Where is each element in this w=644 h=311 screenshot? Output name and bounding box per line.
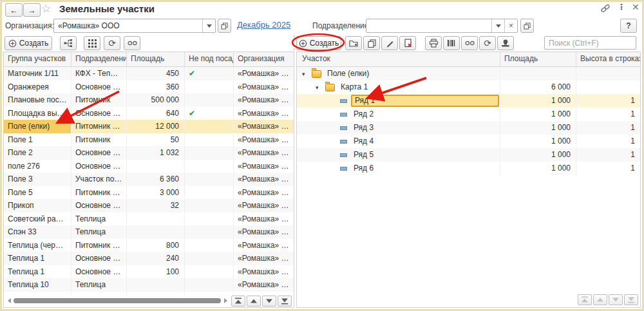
cell-not-for-planting[interactable]: ✔ xyxy=(185,107,234,120)
cell-organization[interactable]: «Ромашка» ООО xyxy=(234,225,294,239)
row-nav-last-button[interactable] xyxy=(278,296,292,306)
cell-department[interactable]: Питомник хвой… xyxy=(71,186,127,200)
left-table-row[interactable]: Площадка выдачи Основное подр… 640 ✔ «Ро… xyxy=(4,107,294,120)
close-icon[interactable]: ✕ xyxy=(632,2,639,12)
print-button[interactable] xyxy=(425,36,442,50)
left-table-row[interactable]: Советский район Теплица «Ромашка» ООО xyxy=(4,212,294,226)
forward-button[interactable]: → xyxy=(23,3,41,17)
cell-department[interactable]: Участок посева xyxy=(71,173,127,186)
cell-area[interactable]: 6 000 xyxy=(500,80,576,94)
column-header-row-height[interactable]: Высота в строках xyxy=(576,52,640,66)
cell-area[interactable]: 6 360 xyxy=(127,173,185,186)
left-table-row[interactable]: Теплица 1 Основное подр… 240 «Ромашка» О… xyxy=(4,252,294,265)
row-nav-down-button[interactable] xyxy=(609,294,623,305)
cell-area[interactable]: 500 000 xyxy=(127,93,185,107)
right-refresh-button[interactable]: ⟳ xyxy=(479,36,496,50)
cell-area[interactable]: 1 000 xyxy=(500,148,576,162)
left-table-row[interactable]: Маточник 1/11 КФХ - Тепличны… 450 ✔ «Ром… xyxy=(4,67,294,80)
left-table-row[interactable]: Плановые посадки Питомник 500 000 «Ромаш… xyxy=(4,93,294,107)
tree-row[interactable]: Ряд 1 1 000 1 xyxy=(297,94,640,108)
create-group-button[interactable] xyxy=(345,36,362,50)
cell-not-for-planting[interactable] xyxy=(185,93,234,107)
left-table-row[interactable]: Поле 1 Питомник 50 «Ромашка» ООО xyxy=(4,133,294,147)
cell-organization[interactable]: «Ромашка» ООО xyxy=(234,67,294,80)
department-dropdown-button[interactable] xyxy=(491,19,504,32)
cell-group[interactable]: Поле 1 xyxy=(4,133,71,147)
cell-group[interactable]: Поле 2 xyxy=(4,146,71,160)
tree-item-label[interactable]: Карта 1 xyxy=(338,81,370,93)
cell-not-for-planting[interactable] xyxy=(185,252,234,265)
help-button[interactable]: ? xyxy=(620,19,637,33)
column-header-area[interactable]: Площадь xyxy=(127,52,185,66)
cell-area[interactable]: 1 000 xyxy=(500,121,576,135)
cell-organization[interactable]: «Ромашка» ООО xyxy=(234,160,294,173)
cell-group[interactable]: Прикоп xyxy=(4,199,71,212)
department-open-button[interactable] xyxy=(520,19,534,33)
column-header-organization[interactable]: Организация xyxy=(234,52,294,66)
expand-triangle-icon[interactable]: ▾ xyxy=(302,68,311,80)
row-nav-up-button[interactable] xyxy=(247,296,261,306)
cell-organization[interactable]: «Ромашка» ООО xyxy=(234,133,294,147)
cell-group[interactable]: Теплица 1 xyxy=(4,252,71,265)
tree-row[interactable]: Ряд 3 1 000 1 xyxy=(297,121,640,135)
row-nav-down-button[interactable] xyxy=(262,296,276,306)
cell-row-height[interactable]: 1 xyxy=(576,108,640,121)
cell-row-height[interactable]: 1 xyxy=(576,148,640,162)
cell-area[interactable] xyxy=(500,67,576,80)
cell-area[interactable] xyxy=(127,160,185,173)
cell-plot[interactable]: Ряд 2 xyxy=(297,108,500,121)
left-link-button[interactable] xyxy=(124,36,140,50)
tree-item-label[interactable]: Ряд 6 xyxy=(351,162,376,174)
cell-row-height[interactable]: 1 xyxy=(576,135,640,148)
left-table-row[interactable]: Оранжерея Основное подр… 360 «Ромашка» О… xyxy=(4,80,294,94)
cell-area[interactable]: 3 000 xyxy=(127,186,185,200)
cell-row-height[interactable]: 1 xyxy=(576,162,640,175)
department-combobox[interactable]: × xyxy=(366,19,518,33)
cell-department[interactable]: Основное подр… xyxy=(71,265,127,279)
cell-organization[interactable]: «Ромашка» ООО xyxy=(234,265,294,279)
cell-not-for-planting[interactable] xyxy=(185,173,234,186)
cell-area[interactable]: 450 xyxy=(127,67,185,80)
cell-area[interactable] xyxy=(127,278,185,292)
cell-group[interactable]: Поле 3 xyxy=(4,173,71,186)
cell-department[interactable]: Основное подр… xyxy=(71,199,127,212)
cell-area[interactable] xyxy=(127,225,185,239)
cell-not-for-planting[interactable] xyxy=(185,278,234,292)
left-table-row[interactable]: Поле 3 Участок посева 6 360 «Ромашка» ОО… xyxy=(4,173,294,186)
cell-department[interactable]: Основное подр… xyxy=(71,80,127,94)
cell-not-for-planting[interactable] xyxy=(185,199,234,212)
get-link-icon[interactable] xyxy=(600,4,611,15)
cell-row-height[interactable]: 1 xyxy=(576,94,640,108)
left-table-row[interactable]: Теплица 10 Теплица «Ромашка» ООО xyxy=(4,278,294,292)
cell-department[interactable]: Теплица xyxy=(71,212,127,226)
department-clear-button[interactable]: × xyxy=(504,19,517,32)
back-button[interactable]: ← xyxy=(5,3,23,17)
left-refresh-button[interactable]: ⟳ xyxy=(104,36,120,50)
cell-not-for-planting[interactable] xyxy=(185,160,234,173)
left-table-row[interactable]: Теплица 1 Основное подр… 100 «Ромашка» О… xyxy=(4,265,294,279)
scroll-left-arrow[interactable] xyxy=(5,298,11,303)
tree-item-label[interactable]: Поле (елки) xyxy=(325,68,372,80)
tree-item-label[interactable]: Ряд 1 xyxy=(351,95,499,107)
expand-triangle-icon[interactable]: ▾ xyxy=(316,81,325,94)
cell-organization[interactable]: «Ромашка» ООО xyxy=(234,107,294,120)
cell-organization[interactable]: «Ромашка» ООО xyxy=(234,252,294,265)
left-create-button[interactable]: Создать xyxy=(5,36,52,50)
cell-area[interactable]: 32 xyxy=(127,199,185,212)
cell-plot[interactable]: ▾Карта 1 xyxy=(297,80,500,94)
scrollbar-thumb[interactable] xyxy=(14,298,221,303)
column-header-group[interactable]: Группа участков xyxy=(4,52,71,66)
left-table-row[interactable]: Поле 5 Питомник хвой… 3 000 «Ромашка» ОО… xyxy=(4,186,294,200)
organization-dropdown-button[interactable] xyxy=(202,19,215,32)
right-link-button[interactable] xyxy=(461,36,478,50)
favorite-star-icon[interactable]: ☆ xyxy=(41,2,51,15)
column-header-plot[interactable]: Участок xyxy=(297,52,500,66)
cell-plot[interactable]: Ряд 4 xyxy=(297,135,500,148)
cell-area[interactable]: 640 xyxy=(127,107,185,120)
cell-area[interactable]: 12 000 xyxy=(127,120,185,133)
column-header-area[interactable]: Площадь xyxy=(500,52,576,66)
cell-department[interactable]: Основное подр… xyxy=(71,160,127,173)
cell-organization[interactable]: «Ромашка» ООО xyxy=(234,80,294,94)
cell-department[interactable]: Основное подр… xyxy=(71,107,127,120)
cell-group[interactable]: Спэн 33 xyxy=(4,225,71,239)
